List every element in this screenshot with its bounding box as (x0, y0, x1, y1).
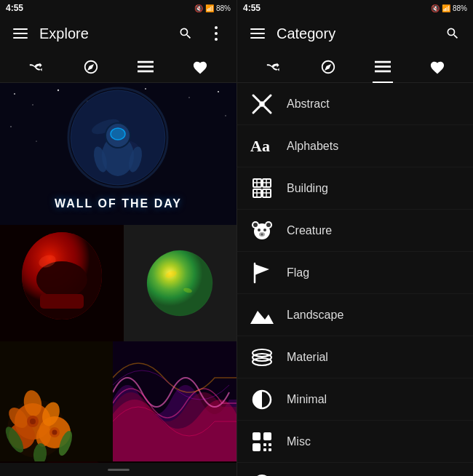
svg-rect-66 (250, 37, 265, 39)
heart-button-left[interactable] (187, 54, 213, 80)
svg-point-90 (266, 223, 271, 227)
svg-point-95 (261, 233, 263, 235)
svg-point-17 (225, 115, 226, 116)
alphabets-label: Alphabets (287, 140, 338, 153)
landscape-label: Landscape (287, 309, 343, 322)
creature-icon (249, 218, 275, 244)
svg-point-14 (145, 88, 146, 90)
svg-point-16 (218, 91, 219, 92)
svg-point-59 (52, 430, 57, 435)
landscape-icon (249, 302, 275, 328)
scroll-dot (108, 469, 130, 471)
svg-point-11 (32, 104, 33, 106)
svg-rect-108 (263, 448, 266, 451)
svg-rect-106 (263, 443, 266, 446)
abstract-waves-wallpaper[interactable] (113, 341, 236, 461)
misc-icon (249, 429, 275, 455)
building-label: Building (287, 182, 328, 195)
menu-button-right[interactable] (246, 22, 269, 45)
svg-rect-104 (263, 432, 271, 440)
svg-rect-68 (375, 66, 391, 68)
status-bar-right: 4:55 🔇 📶 88% (237, 0, 473, 16)
grid-row-2 (0, 225, 236, 341)
svg-point-58 (30, 419, 36, 424)
svg-point-4 (215, 32, 218, 35)
abstract-icon (249, 91, 275, 117)
heart-button-right[interactable] (424, 54, 450, 80)
colorful-sphere-wallpaper[interactable] (124, 225, 236, 341)
svg-rect-61 (0, 461, 236, 463)
svg-point-3 (215, 26, 218, 29)
svg-point-5 (215, 38, 218, 41)
svg-marker-98 (250, 311, 274, 324)
shuffle-button-left[interactable] (23, 54, 49, 80)
svg-rect-1 (13, 33, 28, 34)
svg-point-93 (263, 229, 266, 231)
wallpaper-grid: WALL OF THE DAY (0, 83, 236, 463)
status-icons-right: 🔇 📶 88% (431, 4, 467, 12)
scroll-indicator (0, 463, 236, 476)
category-item-misc[interactable]: Misc (237, 421, 473, 463)
building-icon (249, 175, 275, 202)
svg-rect-6 (138, 60, 154, 63)
alphabets-icon: Aa (249, 133, 275, 159)
right-panel: 4:55 🔇 📶 88% Category (236, 0, 473, 476)
hero-text: WALL OF THE DAY (55, 197, 182, 210)
misc-label: Misc (287, 435, 311, 448)
page-title-left: Explore (39, 25, 167, 42)
category-item-material[interactable]: Material (237, 336, 473, 378)
flag-label: Flag (287, 266, 309, 279)
category-item-creature[interactable]: Creature (237, 210, 473, 252)
category-item-alphabets[interactable]: Aa Alphabets (237, 125, 473, 167)
category-item-minimal[interactable]: Minimal (237, 378, 473, 421)
svg-point-18 (10, 126, 12, 127)
category-item-flag[interactable]: Flag (237, 252, 473, 294)
flag-icon (249, 260, 275, 286)
left-panel: 4:55 🔇 📶 88% Explore (0, 0, 236, 476)
compass-button-right[interactable] (315, 54, 341, 80)
creature-label: Creature (287, 224, 332, 237)
svg-rect-69 (375, 70, 391, 72)
svg-rect-109 (269, 448, 271, 451)
list-button-left[interactable] (132, 54, 159, 80)
minimal-label: Minimal (287, 393, 327, 406)
svg-point-12 (57, 90, 59, 91)
status-bar-left: 4:55 🔇 📶 88% (0, 0, 236, 16)
svg-rect-37 (40, 294, 84, 309)
material-label: Material (287, 351, 328, 364)
menu-button-left[interactable] (9, 22, 32, 45)
search-button-left[interactable] (174, 22, 197, 45)
status-icons-left: 🔇 📶 88% (194, 4, 231, 12)
svg-rect-7 (138, 66, 154, 68)
material-icon (249, 344, 275, 370)
shuffle-button-right[interactable] (261, 54, 287, 80)
category-item-abstract[interactable]: Abstract (237, 83, 473, 125)
category-item-building[interactable]: Building (237, 167, 473, 210)
grid-row-3 (0, 341, 236, 461)
list-button-right[interactable] (370, 54, 396, 80)
svg-rect-64 (250, 28, 265, 30)
toolbar-left (0, 51, 236, 83)
svg-rect-103 (253, 432, 261, 440)
toolbar-right (237, 51, 473, 83)
dark-wallpaper[interactable] (0, 461, 236, 463)
category-item-landscape[interactable]: Landscape (237, 294, 473, 336)
flowers-wallpaper[interactable] (0, 341, 113, 461)
top-bar-left: Explore (0, 16, 236, 51)
category-item-nature[interactable]: Nature (237, 463, 473, 476)
svg-text:Aa: Aa (250, 137, 270, 155)
red-helmet-wallpaper[interactable] (0, 225, 124, 341)
svg-point-40 (147, 250, 212, 316)
svg-rect-0 (13, 28, 28, 30)
svg-rect-65 (250, 33, 265, 34)
page-title-right: Category (277, 25, 434, 42)
compass-button-left[interactable] (78, 54, 104, 80)
time-left: 4:55 (6, 3, 23, 13)
hero-wallpaper[interactable]: WALL OF THE DAY (0, 83, 236, 225)
abstract-label: Abstract (287, 98, 330, 111)
more-button-left[interactable] (204, 22, 228, 45)
top-bar-right: Category (237, 16, 473, 51)
search-button-right[interactable] (441, 22, 464, 45)
minimal-icon (249, 386, 275, 413)
svg-rect-2 (13, 37, 28, 39)
